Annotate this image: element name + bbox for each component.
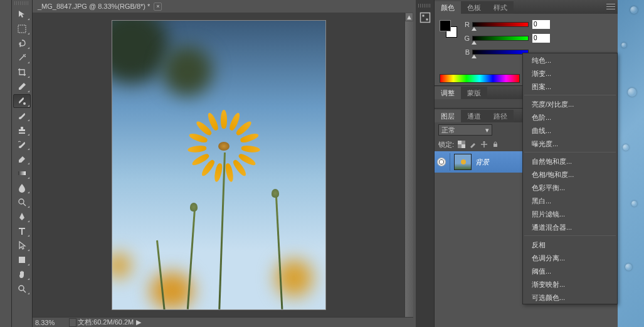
tab-1[interactable]: 通道 — [461, 110, 487, 122]
menu-item[interactable]: 可选颜色... — [523, 291, 617, 304]
type-tool[interactable] — [13, 224, 31, 238]
stamp-tool[interactable] — [13, 123, 31, 137]
tab-0[interactable]: 调整 — [435, 87, 461, 99]
healing-brush-tool[interactable] — [13, 94, 31, 108]
adjustment-context-menu: 纯色...渐变...图案...亮度/对比度...色阶...曲线...曝光度...… — [522, 53, 618, 304]
document-info: 文档:60.2M/60.2M — [78, 318, 134, 327]
canvas-area: _MG_8847.JPG @ 8.33%(RGB/8*) * × ▲ 8.33%… — [33, 0, 413, 327]
close-icon[interactable]: × — [154, 3, 162, 11]
menu-item[interactable]: 色阶... — [523, 110, 617, 124]
slider-track[interactable] — [472, 22, 529, 27]
menu-item[interactable]: 渐变... — [523, 67, 617, 80]
lock-position-icon[interactable] — [480, 141, 488, 148]
status-grip[interactable] — [69, 318, 77, 327]
menu-item[interactable]: 通道混合器... — [523, 220, 617, 233]
svg-rect-0 — [18, 25, 26, 33]
brush-tool[interactable] — [13, 109, 31, 122]
chevron-right-icon[interactable]: ▶ — [136, 318, 141, 326]
eyedropper-tool[interactable] — [13, 80, 31, 94]
menu-item[interactable]: 图案... — [523, 80, 617, 93]
svg-rect-10 — [458, 141, 462, 144]
slider-value[interactable]: 0 — [532, 20, 550, 29]
menu-item[interactable]: 反相 — [523, 238, 617, 251]
color-spectrum[interactable] — [440, 74, 520, 83]
pen-tool[interactable] — [13, 210, 31, 223]
chevron-down-icon: ▾ — [485, 126, 489, 134]
color-slider-R[interactable]: R0 — [461, 19, 550, 30]
document-tab[interactable]: _MG_8847.JPG @ 8.33%(RGB/8*) * × — [33, 0, 413, 13]
svg-point-5 — [19, 286, 24, 291]
color-panel-tabs: 颜色色板样式 — [435, 0, 618, 14]
menu-item[interactable]: 曲线... — [523, 124, 617, 137]
desktop-background — [618, 0, 644, 327]
history-brush-tool[interactable] — [13, 137, 31, 151]
crop-tool[interactable] — [13, 65, 31, 79]
toolbox — [11, 0, 33, 327]
history-panel-icon[interactable] — [418, 11, 433, 24]
menu-item[interactable]: 色彩平衡... — [523, 181, 617, 194]
tab-2[interactable]: 样式 — [487, 1, 514, 14]
foreground-color-swatch[interactable] — [440, 20, 451, 31]
tab-1[interactable]: 蒙版 — [461, 87, 487, 99]
wand-tool[interactable] — [13, 51, 31, 65]
slider-value[interactable]: 0 — [532, 34, 550, 43]
document-title: _MG_8847.JPG @ 8.33%(RGB/8*) * — [38, 3, 150, 10]
menu-item[interactable]: 纯色... — [523, 53, 617, 67]
svg-rect-6 — [420, 13, 430, 23]
color-slider-G[interactable]: G0 — [461, 33, 550, 44]
svg-rect-4 — [19, 257, 25, 263]
gradient-tool[interactable] — [13, 166, 31, 180]
menu-item[interactable]: 自然饱和度... — [523, 154, 617, 168]
path-select-tool[interactable] — [13, 239, 31, 252]
svg-rect-2 — [18, 171, 26, 175]
svg-rect-8 — [426, 19, 428, 21]
svg-rect-7 — [422, 15, 424, 17]
slider-track[interactable] — [472, 50, 529, 55]
menu-item[interactable]: 黑白... — [523, 194, 617, 207]
svg-point-1 — [23, 102, 26, 105]
status-bar: 8.33% 文档:60.2M/60.2M ▶ — [33, 317, 413, 327]
menu-item[interactable]: 照片滤镜... — [523, 207, 617, 220]
menu-item[interactable]: 亮度/对比度... — [523, 97, 617, 110]
svg-rect-12 — [494, 144, 497, 147]
tab-2[interactable]: 路径 — [487, 110, 514, 122]
tab-0[interactable]: 颜色 — [435, 1, 461, 14]
menu-item[interactable]: 色相/饱和度... — [523, 168, 617, 181]
blend-mode-select[interactable]: 正常▾ — [438, 124, 492, 136]
hand-tool[interactable] — [13, 267, 31, 281]
slider-track[interactable] — [472, 36, 529, 41]
panel-dock — [416, 0, 435, 327]
vertical-scrollbar[interactable]: ▲ — [404, 13, 413, 317]
layer-name: 背景 — [475, 158, 489, 167]
visibility-icon[interactable] — [437, 158, 446, 166]
panel-menu-icon[interactable] — [606, 3, 615, 10]
shape-tool[interactable] — [13, 253, 31, 267]
document-image — [112, 21, 325, 309]
menu-item[interactable]: 色调分离... — [523, 251, 617, 264]
tab-1[interactable]: 色板 — [461, 1, 487, 14]
canvas-viewport[interactable] — [33, 13, 404, 317]
blur-tool[interactable] — [13, 181, 31, 195]
zoom-field[interactable]: 8.33% — [35, 319, 68, 326]
lasso-tool[interactable] — [13, 36, 31, 50]
scroll-up-icon[interactable]: ▲ — [405, 13, 413, 21]
dodge-tool[interactable] — [13, 195, 31, 209]
lock-transparency-icon[interactable] — [458, 141, 465, 148]
menu-item[interactable]: 阈值... — [523, 264, 617, 277]
svg-point-3 — [19, 199, 24, 204]
eraser-tool[interactable] — [13, 152, 31, 166]
color-slider-B[interactable]: B — [461, 46, 529, 58]
zoom-tool[interactable] — [13, 282, 31, 296]
lock-pixels-icon[interactable] — [469, 141, 477, 148]
lock-all-icon[interactable] — [492, 141, 499, 148]
marquee-tool[interactable] — [13, 22, 31, 36]
color-swatches[interactable] — [440, 20, 457, 38]
tab-0[interactable]: 图层 — [435, 110, 461, 122]
menu-item[interactable]: 曝光度... — [523, 137, 617, 150]
layer-thumbnail[interactable] — [454, 154, 472, 170]
move-tool[interactable] — [13, 8, 31, 21]
svg-rect-11 — [462, 144, 465, 148]
menu-item[interactable]: 渐变映射... — [523, 277, 617, 291]
